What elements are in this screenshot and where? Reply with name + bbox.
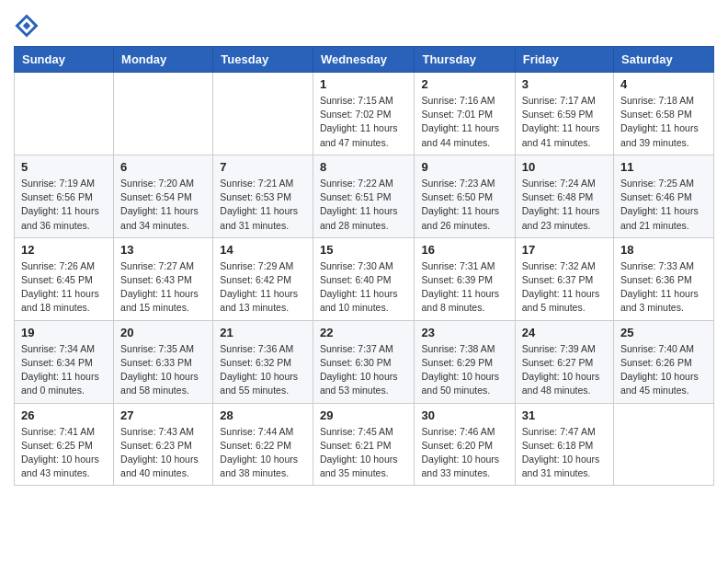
- day-number: 22: [320, 326, 408, 339]
- col-wednesday: Wednesday: [313, 47, 415, 73]
- day-number: 13: [120, 243, 206, 257]
- day-info: Sunrise: 7:43 AMSunset: 6:23 PMDaylight:…: [120, 425, 206, 481]
- col-tuesday: Tuesday: [213, 47, 313, 73]
- day-info: Sunrise: 7:47 AMSunset: 6:18 PMDaylight:…: [522, 425, 607, 481]
- calendar-week-row: 5Sunrise: 7:19 AMSunset: 6:56 PMDaylight…: [15, 155, 714, 237]
- col-monday: Monday: [114, 47, 213, 73]
- table-row: 4Sunrise: 7:18 AMSunset: 6:58 PMDaylight…: [614, 73, 714, 155]
- day-info: Sunrise: 7:31 AMSunset: 6:39 PMDaylight:…: [421, 259, 507, 316]
- col-sunday: Sunday: [15, 47, 114, 73]
- table-row: 22Sunrise: 7:37 AMSunset: 6:30 PMDayligh…: [313, 320, 415, 403]
- day-info: Sunrise: 7:35 AMSunset: 6:33 PMDaylight:…: [120, 342, 206, 398]
- table-row: 15Sunrise: 7:30 AMSunset: 6:40 PMDayligh…: [313, 237, 415, 320]
- day-number: 29: [320, 408, 408, 422]
- table-row: 9Sunrise: 7:23 AMSunset: 6:50 PMDaylight…: [415, 155, 515, 237]
- day-info: Sunrise: 7:38 AMSunset: 6:29 PMDaylight:…: [421, 342, 507, 398]
- day-number: 2: [421, 77, 507, 91]
- table-row: 23Sunrise: 7:38 AMSunset: 6:29 PMDayligh…: [415, 320, 515, 403]
- table-row: 8Sunrise: 7:22 AMSunset: 6:51 PMDaylight…: [313, 155, 415, 237]
- day-number: 16: [421, 243, 507, 257]
- table-row: 2Sunrise: 7:16 AMSunset: 7:01 PMDaylight…: [415, 73, 515, 155]
- table-row: 28Sunrise: 7:44 AMSunset: 6:22 PMDayligh…: [213, 403, 313, 486]
- table-row: 6Sunrise: 7:20 AMSunset: 6:54 PMDaylight…: [114, 155, 213, 237]
- day-number: 14: [220, 243, 306, 257]
- table-row: 25Sunrise: 7:40 AMSunset: 6:26 PMDayligh…: [614, 320, 714, 403]
- day-info: Sunrise: 7:21 AMSunset: 6:53 PMDaylight:…: [220, 177, 306, 233]
- table-row: 10Sunrise: 7:24 AMSunset: 6:48 PMDayligh…: [515, 155, 613, 237]
- day-number: 1: [320, 77, 408, 91]
- header: [14, 9, 714, 39]
- day-info: Sunrise: 7:25 AMSunset: 6:46 PMDaylight:…: [620, 177, 707, 233]
- table-row: 27Sunrise: 7:43 AMSunset: 6:23 PMDayligh…: [114, 403, 213, 486]
- col-friday: Friday: [515, 47, 613, 73]
- calendar-table: Sunday Monday Tuesday Wednesday Thursday…: [14, 46, 714, 486]
- day-number: 10: [522, 160, 607, 174]
- table-row: 18Sunrise: 7:33 AMSunset: 6:36 PMDayligh…: [614, 237, 714, 320]
- day-info: Sunrise: 7:44 AMSunset: 6:22 PMDaylight:…: [220, 425, 306, 481]
- table-row: 12Sunrise: 7:26 AMSunset: 6:45 PMDayligh…: [15, 237, 114, 320]
- table-row: [15, 73, 114, 155]
- day-number: 31: [522, 408, 607, 422]
- table-row: [614, 403, 714, 486]
- table-row: 11Sunrise: 7:25 AMSunset: 6:46 PMDayligh…: [614, 155, 714, 237]
- day-number: 21: [220, 326, 306, 339]
- table-row: 24Sunrise: 7:39 AMSunset: 6:27 PMDayligh…: [515, 320, 613, 403]
- page: Sunday Monday Tuesday Wednesday Thursday…: [0, 0, 728, 563]
- table-row: 30Sunrise: 7:46 AMSunset: 6:20 PMDayligh…: [415, 403, 515, 486]
- table-row: 17Sunrise: 7:32 AMSunset: 6:37 PMDayligh…: [515, 237, 613, 320]
- day-info: Sunrise: 7:29 AMSunset: 6:42 PMDaylight:…: [220, 259, 306, 316]
- col-thursday: Thursday: [415, 47, 515, 73]
- day-number: 28: [220, 408, 306, 422]
- logo-icon: [14, 13, 40, 39]
- day-info: Sunrise: 7:36 AMSunset: 6:32 PMDaylight:…: [220, 342, 306, 398]
- day-info: Sunrise: 7:24 AMSunset: 6:48 PMDaylight:…: [522, 177, 607, 233]
- day-info: Sunrise: 7:26 AMSunset: 6:45 PMDaylight:…: [21, 259, 107, 316]
- day-info: Sunrise: 7:16 AMSunset: 7:01 PMDaylight:…: [421, 94, 507, 150]
- day-info: Sunrise: 7:15 AMSunset: 7:02 PMDaylight:…: [320, 94, 408, 150]
- table-row: 20Sunrise: 7:35 AMSunset: 6:33 PMDayligh…: [114, 320, 213, 403]
- day-info: Sunrise: 7:39 AMSunset: 6:27 PMDaylight:…: [522, 342, 607, 398]
- day-info: Sunrise: 7:34 AMSunset: 6:34 PMDaylight:…: [21, 342, 107, 398]
- table-row: 29Sunrise: 7:45 AMSunset: 6:21 PMDayligh…: [313, 403, 415, 486]
- table-row: [114, 73, 213, 155]
- day-info: Sunrise: 7:32 AMSunset: 6:37 PMDaylight:…: [522, 259, 607, 316]
- table-row: 1Sunrise: 7:15 AMSunset: 7:02 PMDaylight…: [313, 73, 415, 155]
- table-row: [213, 73, 313, 155]
- calendar-week-row: 12Sunrise: 7:26 AMSunset: 6:45 PMDayligh…: [15, 237, 714, 320]
- day-number: 27: [120, 408, 206, 422]
- day-number: 19: [21, 326, 107, 339]
- calendar-header-row: Sunday Monday Tuesday Wednesday Thursday…: [15, 47, 714, 73]
- day-number: 23: [421, 326, 507, 339]
- day-info: Sunrise: 7:30 AMSunset: 6:40 PMDaylight:…: [320, 259, 408, 316]
- day-info: Sunrise: 7:19 AMSunset: 6:56 PMDaylight:…: [21, 177, 107, 233]
- table-row: 14Sunrise: 7:29 AMSunset: 6:42 PMDayligh…: [213, 237, 313, 320]
- day-number: 17: [522, 243, 607, 257]
- day-info: Sunrise: 7:23 AMSunset: 6:50 PMDaylight:…: [421, 177, 507, 233]
- day-number: 20: [120, 326, 206, 339]
- table-row: 19Sunrise: 7:34 AMSunset: 6:34 PMDayligh…: [15, 320, 114, 403]
- day-number: 6: [120, 160, 206, 174]
- logo: [14, 13, 43, 39]
- day-number: 7: [220, 160, 306, 174]
- table-row: 16Sunrise: 7:31 AMSunset: 6:39 PMDayligh…: [415, 237, 515, 320]
- day-number: 8: [320, 160, 408, 174]
- day-info: Sunrise: 7:37 AMSunset: 6:30 PMDaylight:…: [320, 342, 408, 398]
- day-number: 15: [320, 243, 408, 257]
- day-number: 25: [620, 326, 707, 339]
- day-number: 3: [522, 77, 607, 91]
- day-info: Sunrise: 7:18 AMSunset: 6:58 PMDaylight:…: [620, 94, 707, 150]
- table-row: 21Sunrise: 7:36 AMSunset: 6:32 PMDayligh…: [213, 320, 313, 403]
- col-saturday: Saturday: [614, 47, 714, 73]
- calendar-week-row: 1Sunrise: 7:15 AMSunset: 7:02 PMDaylight…: [15, 73, 714, 155]
- day-info: Sunrise: 7:20 AMSunset: 6:54 PMDaylight:…: [120, 177, 206, 233]
- day-number: 12: [21, 243, 107, 257]
- table-row: 5Sunrise: 7:19 AMSunset: 6:56 PMDaylight…: [15, 155, 114, 237]
- calendar-week-row: 26Sunrise: 7:41 AMSunset: 6:25 PMDayligh…: [15, 403, 714, 486]
- day-number: 5: [21, 160, 107, 174]
- day-number: 26: [21, 408, 107, 422]
- day-info: Sunrise: 7:46 AMSunset: 6:20 PMDaylight:…: [421, 425, 507, 481]
- calendar-week-row: 19Sunrise: 7:34 AMSunset: 6:34 PMDayligh…: [15, 320, 714, 403]
- day-number: 24: [522, 326, 607, 339]
- table-row: 7Sunrise: 7:21 AMSunset: 6:53 PMDaylight…: [213, 155, 313, 237]
- table-row: 31Sunrise: 7:47 AMSunset: 6:18 PMDayligh…: [515, 403, 613, 486]
